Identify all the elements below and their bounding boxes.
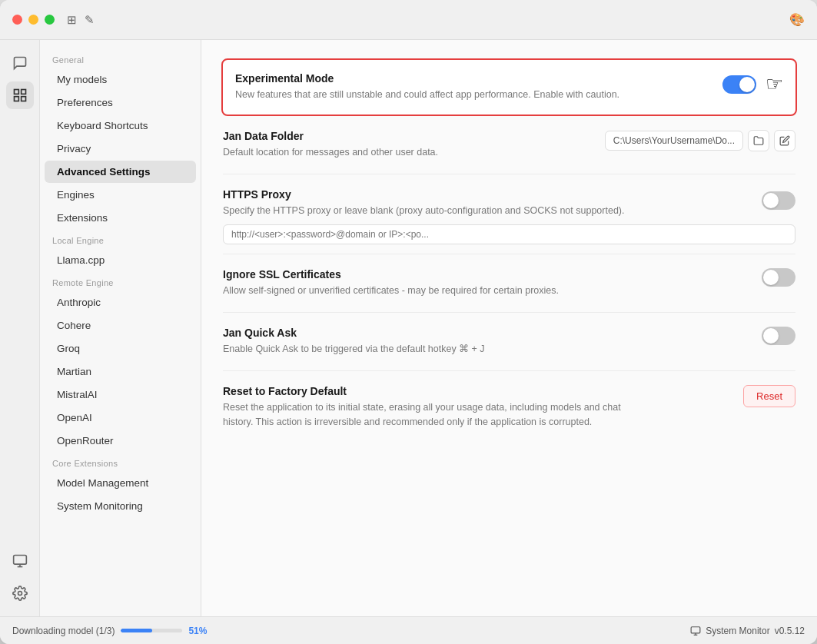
factory-reset-info: Reset to Factory Default Reset the appli… <box>223 385 734 430</box>
sidebar: General My models Preferences Keyboard S… <box>40 40 201 616</box>
https-proxy-input[interactable] <box>223 224 795 244</box>
statusbar: Downloading model (1/3) 51% System Monit… <box>0 616 817 644</box>
experimental-mode-toggle[interactable] <box>722 75 756 94</box>
svg-rect-1 <box>21 90 25 95</box>
svg-rect-8 <box>691 626 700 632</box>
sidebar-item-openrouter[interactable]: OpenRouter <box>45 430 196 452</box>
app-window: ⊞ ✎ 🎨 <box>0 0 817 644</box>
quick-ask-toggle[interactable] <box>762 327 795 345</box>
experimental-mode-desc: New features that are still unstable and… <box>235 88 666 102</box>
reset-button[interactable]: Reset <box>743 385 795 407</box>
content-area: Experimental Mode New features that are … <box>201 40 817 616</box>
sidebar-item-anthropic[interactable]: Anthropic <box>45 291 196 314</box>
jan-data-folder-info: Jan Data Folder Default location for mes… <box>223 130 596 160</box>
experimental-mode-info: Experimental Mode New features that are … <box>235 72 713 102</box>
ignore-ssl-row: Ignore SSL Certificates Allow self-signe… <box>223 254 795 313</box>
toggle-thumb-qa <box>763 328 779 344</box>
https-proxy-row: HTTPS Proxy Specify the HTTPS proxy or l… <box>223 174 795 233</box>
svg-rect-2 <box>14 97 18 101</box>
sidebar-item-llama-cpp[interactable]: Llama.cpp <box>45 249 196 271</box>
chat-icon-btn[interactable] <box>6 49 34 77</box>
sidebar-item-advanced-settings[interactable]: Advanced Settings <box>45 161 196 183</box>
sidebar-item-model-management[interactable]: Model Management <box>45 472 196 494</box>
system-monitor-label[interactable]: System Monitor <box>706 626 769 636</box>
factory-reset-row: Reset to Factory Default Reset the appli… <box>223 371 795 443</box>
main-content: General My models Preferences Keyboard S… <box>0 40 817 616</box>
download-progress: Downloading model (1/3) 51% <box>12 626 207 636</box>
status-right: System Monitor v0.5.12 <box>690 626 805 636</box>
grid-icon[interactable]: ⊞ <box>67 13 77 27</box>
progress-fill <box>121 629 152 632</box>
sidebar-item-mistralai[interactable]: MistralAI <box>45 383 196 406</box>
local-engine-section-title: Local Engine <box>40 230 201 248</box>
experimental-mode-control: ☞ <box>722 72 783 96</box>
folder-edit-button[interactable] <box>774 130 795 151</box>
titlebar: ⊞ ✎ 🎨 <box>0 0 817 40</box>
monitor-status-icon <box>690 626 701 636</box>
sidebar-item-system-monitoring[interactable]: System Monitoring <box>45 495 196 517</box>
sidebar-item-engines[interactable]: Engines <box>45 184 196 206</box>
toggle-thumb-ssl <box>763 270 779 285</box>
sidebar-item-my-models[interactable]: My models <box>45 68 196 91</box>
quick-ask-control <box>762 327 795 345</box>
jan-data-folder-desc: Default location for messages and other … <box>223 145 596 160</box>
factory-reset-title: Reset to Factory Default <box>223 385 734 397</box>
general-section-title: General <box>40 49 201 68</box>
https-proxy-input-row <box>223 224 795 254</box>
minimize-button[interactable] <box>28 15 38 25</box>
sidebar-item-groq[interactable]: Groq <box>45 337 196 360</box>
sidebar-item-openai[interactable]: OpenAI <box>45 407 196 429</box>
monitor-icon-btn[interactable] <box>6 547 34 575</box>
titlebar-icons: ⊞ ✎ <box>67 13 95 27</box>
svg-rect-3 <box>21 97 25 101</box>
toggle-thumb-proxy <box>763 193 779 208</box>
sidebar-item-privacy[interactable]: Privacy <box>45 138 196 160</box>
factory-reset-desc: Reset the application to its initial sta… <box>223 400 653 430</box>
https-proxy-title: HTTPS Proxy <box>223 188 752 201</box>
jan-data-folder-title: Jan Data Folder <box>223 130 596 142</box>
settings-icon-btn[interactable] <box>6 579 34 607</box>
ignore-ssl-title: Ignore SSL Certificates <box>223 268 752 281</box>
folder-path-value: C:\Users\YourUsername\Do... <box>605 131 743 151</box>
https-proxy-toggle[interactable] <box>762 191 795 210</box>
ignore-ssl-toggle[interactable] <box>762 268 795 287</box>
maximize-button[interactable] <box>45 15 55 25</box>
grid-icon-btn[interactable] <box>6 81 34 109</box>
svg-rect-0 <box>14 90 18 95</box>
version-label: v0.5.12 <box>775 626 805 636</box>
download-text: Downloading model (1/3) <box>12 626 115 636</box>
progress-bar <box>121 629 182 632</box>
quick-ask-title: Jan Quick Ask <box>223 327 752 339</box>
icon-bar-bottom <box>6 547 34 607</box>
quick-ask-info: Jan Quick Ask Enable Quick Ask to be tri… <box>223 327 752 357</box>
sidebar-item-martian[interactable]: Martian <box>45 360 196 383</box>
https-proxy-desc: Specify the HTTPS proxy or leave blank (… <box>223 204 653 218</box>
sidebar-item-preferences[interactable]: Preferences <box>45 91 196 114</box>
ignore-ssl-control <box>762 268 795 287</box>
ignore-ssl-info: Ignore SSL Certificates Allow self-signe… <box>223 268 752 298</box>
svg-rect-4 <box>13 556 26 565</box>
icon-bar <box>0 40 40 616</box>
https-proxy-info: HTTPS Proxy Specify the HTTPS proxy or l… <box>223 188 752 218</box>
factory-reset-control: Reset <box>743 385 795 407</box>
jan-data-folder-control: C:\Users\YourUsername\Do... <box>605 130 795 151</box>
edit-icon[interactable]: ✎ <box>85 13 95 27</box>
experimental-mode-title: Experimental Mode <box>235 72 713 85</box>
jan-data-folder-row: Jan Data Folder Default location for mes… <box>223 116 795 174</box>
folder-open-button[interactable] <box>748 130 769 151</box>
sidebar-item-extensions[interactable]: Extensions <box>45 207 196 229</box>
experimental-mode-row: Experimental Mode New features that are … <box>221 58 797 116</box>
toggle-thumb <box>739 77 755 92</box>
core-extensions-section-title: Core Extensions <box>40 453 201 471</box>
cursor-hand-icon: ☞ <box>766 72 783 96</box>
close-button[interactable] <box>12 15 22 25</box>
svg-point-7 <box>18 592 22 596</box>
sidebar-item-keyboard-shortcuts[interactable]: Keyboard Shortcuts <box>45 115 196 137</box>
https-proxy-control <box>762 190 795 210</box>
traffic-lights <box>12 15 55 25</box>
ignore-ssl-desc: Allow self-signed or unverified certific… <box>223 284 653 298</box>
sidebar-item-cohere[interactable]: Cohere <box>45 314 196 337</box>
quick-ask-row: Jan Quick Ask Enable Quick Ask to be tri… <box>223 313 795 371</box>
palette-icon[interactable]: 🎨 <box>789 12 805 27</box>
remote-engine-section-title: Remote Engine <box>40 272 201 290</box>
